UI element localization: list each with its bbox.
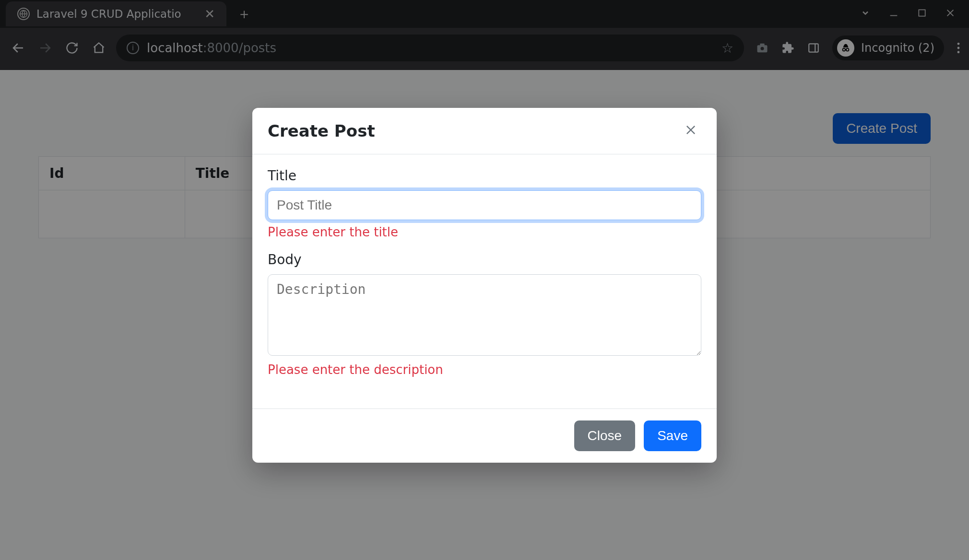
modal-footer: Close Save [252, 408, 717, 463]
title-input[interactable] [268, 190, 701, 220]
modal-save-button[interactable]: Save [644, 420, 701, 451]
form-group-title: Title Please enter the title [268, 168, 701, 239]
create-post-modal: Create Post Title Please enter the title… [252, 108, 717, 463]
body-textarea[interactable] [268, 274, 701, 356]
close-icon [684, 123, 697, 137]
body-error: Please enter the description [268, 362, 701, 377]
body-label: Body [268, 252, 701, 268]
modal-header: Create Post [252, 108, 717, 154]
title-label: Title [268, 168, 701, 184]
modal-body: Title Please enter the title Body Please… [252, 154, 717, 408]
modal-title: Create Post [268, 121, 375, 140]
title-error: Please enter the title [268, 225, 701, 239]
modal-close-button[interactable] [680, 120, 701, 141]
modal-overlay[interactable]: Create Post Title Please enter the title… [0, 0, 969, 560]
modal-close-footer-button[interactable]: Close [574, 420, 636, 451]
form-group-body: Body Please enter the description [268, 252, 701, 377]
